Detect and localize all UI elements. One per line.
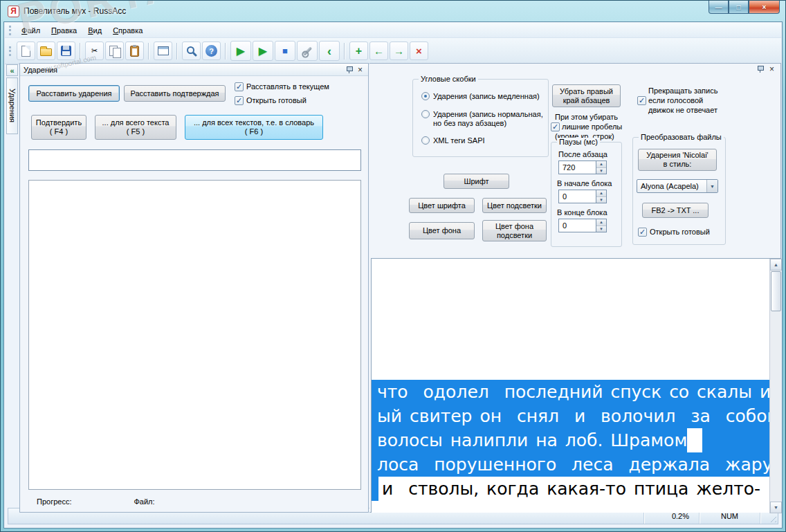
- play-button[interactable]: ▶: [230, 41, 251, 61]
- settings-button[interactable]: [297, 41, 318, 61]
- dropdown-arrow-icon[interactable]: ▼: [706, 180, 718, 192]
- spinner-value[interactable]: 0: [558, 219, 596, 232]
- open-file-button[interactable]: [37, 42, 55, 60]
- cut-button[interactable]: ✂: [85, 42, 104, 60]
- place-accents-button[interactable]: Расставить ударения: [28, 85, 120, 102]
- save-button[interactable]: [57, 42, 75, 60]
- undo-button[interactable]: ‹: [319, 41, 340, 61]
- checkbox-trim-spaces[interactable]: При этом убирать ✓ лишние пробелы (кроме…: [551, 112, 634, 141]
- menu-help[interactable]: Справка: [107, 24, 148, 37]
- group-title: Преобразовать файлы: [639, 133, 724, 142]
- play-selection-button[interactable]: ▶: [253, 41, 273, 61]
- remove-text-button[interactable]: ×: [410, 42, 428, 60]
- menu-file[interactable]: Файл: [16, 24, 46, 37]
- editor-line: и стволы, когда какая-то птица желто-: [372, 477, 769, 501]
- help-button[interactable]: ?: [202, 42, 221, 60]
- text-editor[interactable]: что одолел последний спуск со скалы и ый…: [371, 258, 781, 513]
- font-color-button[interactable]: Цвет шрифта: [409, 198, 475, 213]
- after-paragraph-label: После абзаца: [558, 150, 607, 158]
- toolbar-separator: [148, 43, 149, 59]
- radio-label: Ударения (запись нормальная, но без пауз…: [433, 110, 543, 128]
- accents-panel-title: Ударения: [24, 66, 57, 74]
- convert-files-group: Преобразовать файлы Ударения 'Nicolai' в…: [632, 137, 726, 245]
- highlight-background-color-button[interactable]: Цвет фона подсветки: [482, 220, 547, 241]
- side-tab-accents[interactable]: Ударения: [6, 77, 18, 134]
- after-paragraph-spinner[interactable]: 720 ▲ ▼: [558, 160, 607, 174]
- collapse-panel-button[interactable]: «: [6, 64, 18, 76]
- play-icon: ▶: [259, 46, 267, 57]
- paste-button[interactable]: [125, 42, 144, 60]
- accent-word-input[interactable]: [28, 149, 361, 171]
- toolbar-grip[interactable]: [9, 46, 11, 56]
- spin-up-icon[interactable]: ▲: [596, 161, 606, 168]
- window-icon: [158, 46, 169, 55]
- menu-edit[interactable]: Правка: [46, 24, 82, 37]
- spin-up-icon[interactable]: ▲: [596, 219, 606, 226]
- pin-icon[interactable]: [345, 66, 354, 74]
- radio-label: Ударения (запись медленная): [433, 92, 540, 101]
- radio-accents-normal[interactable]: Ударения (запись нормальная, но без пауз…: [421, 110, 543, 128]
- minimize-button[interactable]: —: [709, 1, 729, 14]
- checkbox-box: ✓: [638, 228, 647, 237]
- progress-label: Прогресс:: [37, 497, 71, 506]
- spin-down-icon[interactable]: ▼: [596, 168, 606, 174]
- menu-view[interactable]: Вид: [82, 24, 107, 37]
- panel-close-icon[interactable]: ×: [356, 66, 365, 74]
- checkbox-label-line: Прекращать запись: [637, 86, 762, 95]
- checkbox-box: ✓: [551, 122, 560, 131]
- back-chevron-icon: ‹: [327, 46, 331, 57]
- save-icon: [61, 46, 71, 56]
- remove-right-edge-button[interactable]: Убрать правый край абзацев: [552, 84, 621, 107]
- scrollbar-thumb[interactable]: [771, 271, 781, 311]
- nicolai-style-button[interactable]: Ударения 'Nicolai' в стиль:: [638, 149, 717, 171]
- add-text-button[interactable]: +: [349, 42, 368, 60]
- next-text-button[interactable]: →: [390, 42, 408, 60]
- place-accents-confirming-button[interactable]: Расставить подтверждая: [124, 85, 226, 102]
- block-end-spinner[interactable]: 0 ▲ ▼: [558, 219, 607, 232]
- for-all-text-f5-button[interactable]: ... для всего текста ( F5 ): [95, 115, 176, 140]
- titlebar[interactable]: Я Повелитель мух - RussAcc — □ ×: [1, 1, 785, 21]
- fb2-to-txt-button[interactable]: FB2 -> TXT ...: [642, 203, 709, 218]
- scroll-down-icon[interactable]: ▼: [770, 502, 782, 513]
- scroll-up-icon[interactable]: ▲: [770, 259, 782, 270]
- accents-panel-header[interactable]: Ударения ×: [20, 64, 368, 76]
- editor-line: волосы налипли на лоб. Шрамом: [372, 428, 769, 452]
- confirm-f4-button[interactable]: Подтвердить ( F4 ): [31, 115, 86, 140]
- new-document-button[interactable]: [17, 42, 35, 60]
- checkbox-place-in-current[interactable]: ✓ Расставлять в текущем: [235, 82, 329, 91]
- highlight-color-button[interactable]: Цвет подсветки: [482, 198, 547, 213]
- spinner-value[interactable]: 0: [558, 190, 596, 203]
- checkbox-stop-engine[interactable]: Прекращать запись ✓ если голосовой движо…: [637, 86, 762, 115]
- for-all-texts-f6-button[interactable]: ... для всех текстов, т.е. в словарь ( F…: [185, 115, 323, 140]
- panel-close-icon[interactable]: ×: [767, 65, 776, 73]
- copy-button[interactable]: [105, 42, 124, 60]
- arrow-left-icon: ←: [374, 45, 384, 57]
- spin-up-icon[interactable]: ▲: [596, 190, 606, 197]
- checkbox-label-line: если голосовой: [648, 95, 703, 105]
- spinner-value[interactable]: 720: [558, 160, 596, 174]
- checkbox-open-ready[interactable]: ✓ Открыть готовый: [235, 96, 307, 105]
- spin-down-icon[interactable]: ▼: [596, 226, 606, 232]
- window-view-button[interactable]: [154, 42, 172, 60]
- voice-select[interactable]: Alyona (Acapela) ▼: [637, 179, 718, 193]
- font-button[interactable]: Шрифт: [444, 174, 509, 189]
- help-icon: ?: [205, 45, 217, 57]
- previous-text-button[interactable]: ←: [369, 42, 388, 60]
- radio-xml-sapi[interactable]: XML теги SAPI: [421, 136, 485, 145]
- file-label: Файл:: [134, 497, 154, 506]
- close-button[interactable]: ×: [749, 1, 780, 14]
- accent-list[interactable]: [28, 180, 361, 490]
- pin-icon[interactable]: [756, 65, 765, 73]
- radio-accents-slow[interactable]: Ударения (запись медленная): [421, 92, 540, 101]
- spin-down-icon[interactable]: ▼: [596, 197, 606, 203]
- selection-block: [372, 477, 378, 501]
- maximize-button[interactable]: □: [729, 1, 749, 14]
- block-start-spinner[interactable]: 0 ▲ ▼: [558, 190, 607, 203]
- window-controls: — □ ×: [709, 1, 780, 14]
- checkbox-open-ready-convert[interactable]: ✓ Открыть готовый: [638, 228, 710, 237]
- background-color-button[interactable]: Цвет фона: [409, 222, 475, 239]
- menu-grip[interactable]: [9, 26, 11, 35]
- vertical-scrollbar[interactable]: ▲ ▼: [769, 259, 781, 513]
- zoom-button[interactable]: [182, 42, 201, 60]
- stop-button[interactable]: ■: [275, 41, 295, 61]
